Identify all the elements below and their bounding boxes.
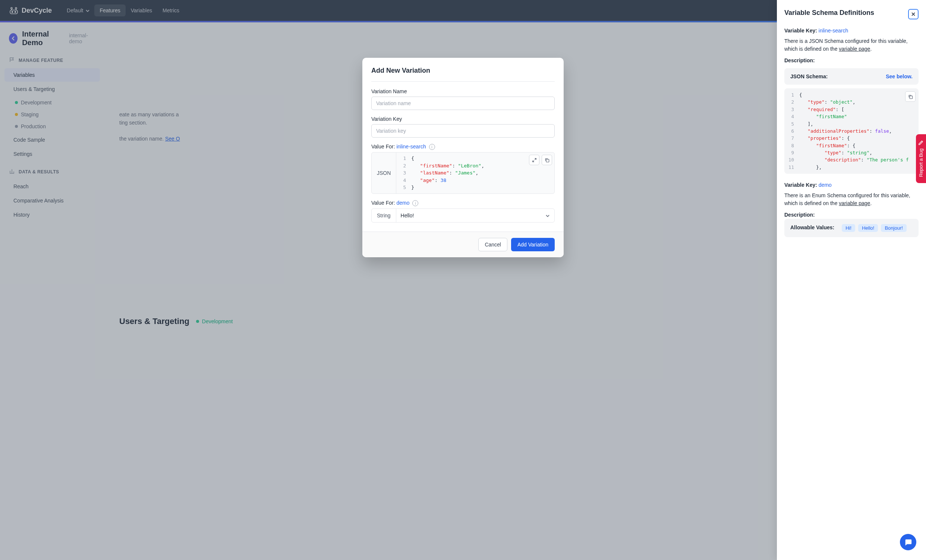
- expand-icon[interactable]: [529, 155, 539, 165]
- chip-bonjour: Bonjour!: [881, 224, 906, 232]
- json-schema-code: 1{ 2 "type": "object", 3 "required": [ 4…: [784, 88, 918, 174]
- divider: [371, 81, 555, 82]
- demo-link[interactable]: demo: [396, 200, 409, 206]
- copy-icon[interactable]: [905, 91, 915, 102]
- cancel-button[interactable]: Cancel: [478, 238, 507, 251]
- chip-hi: Hi!: [842, 224, 855, 232]
- json-editor-box: JSON 1{ 2 "firstName": "LeBron", 3 "last…: [371, 152, 555, 194]
- info-icon[interactable]: i: [429, 144, 435, 150]
- variable-page-link[interactable]: variable page: [839, 46, 870, 52]
- inline-search-link[interactable]: inline-search: [396, 144, 426, 150]
- variation-key-input[interactable]: [371, 124, 555, 138]
- report-bug-tab[interactable]: Report a Bug: [916, 134, 926, 183]
- svg-rect-7: [546, 159, 549, 162]
- description-label: Description:: [784, 58, 815, 64]
- description-label-2: Description:: [784, 212, 815, 218]
- allowable-values-chips: Hi! Hello! Bonjour!: [842, 224, 906, 232]
- variable-page-link-2[interactable]: variable page: [839, 200, 870, 206]
- variable-key-label-2: Variable Key:: [784, 182, 817, 188]
- modal-title: Add New Variation: [371, 67, 555, 74]
- add-variation-submit-button[interactable]: Add Variation: [511, 238, 555, 251]
- value-for-inline-search-label: Value For: inline-search i: [371, 144, 555, 150]
- json-schema-description: There is a JSON Schema configured for th…: [784, 37, 918, 53]
- allowable-values-label: Allowable Values:: [790, 224, 834, 231]
- variation-key-label: Variation Key: [371, 116, 555, 122]
- demo-key-link[interactable]: demo: [819, 182, 832, 188]
- chat-fab[interactable]: [900, 534, 916, 550]
- pencil-icon: [918, 140, 924, 145]
- copy-icon[interactable]: [542, 155, 552, 165]
- modal-footer: Cancel Add Variation: [362, 232, 564, 257]
- variable-key-label: Variable Key:: [784, 27, 817, 33]
- json-schema-header-box: JSON Schema: See below.: [784, 68, 918, 85]
- info-icon[interactable]: i: [412, 200, 418, 206]
- chevron-down-icon: [545, 212, 550, 218]
- schema-drawer: Variable Schema Definitions Variable Key…: [777, 0, 926, 560]
- json-schema-label: JSON Schema:: [790, 73, 828, 79]
- string-type-badge: String: [372, 209, 396, 222]
- json-type-badge: JSON: [372, 153, 396, 194]
- chip-hello: Hello!: [858, 224, 878, 232]
- value-for-demo-label: Value For: demo i: [371, 200, 555, 206]
- enum-schema-description: There is an Enum Schema configured for t…: [784, 192, 918, 207]
- variation-name-label: Variation Name: [371, 88, 555, 94]
- json-editor[interactable]: 1{ 2 "firstName": "LeBron", 3 "lastName"…: [396, 153, 554, 194]
- close-button[interactable]: [908, 9, 918, 20]
- add-variation-modal: Add New Variation Variation Name Variati…: [362, 58, 564, 257]
- inline-search-key-link[interactable]: inline-search: [819, 27, 848, 33]
- demo-value-dropdown[interactable]: Hello!: [396, 209, 554, 222]
- drawer-title: Variable Schema Definitions: [784, 9, 874, 17]
- svg-rect-8: [909, 96, 912, 98]
- variation-name-input[interactable]: [371, 97, 555, 110]
- demo-value-selected: Hello!: [401, 212, 414, 218]
- see-below-link[interactable]: See below.: [886, 73, 912, 79]
- report-bug-label: Report a Bug: [918, 148, 924, 177]
- allowable-values-box: Allowable Values: Hi! Hello! Bonjour!: [784, 219, 918, 237]
- demo-value-select: String Hello!: [371, 209, 555, 222]
